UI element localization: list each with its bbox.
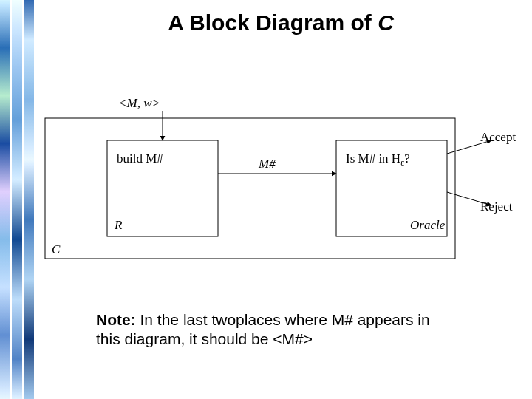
diagram-svg xyxy=(44,96,517,266)
box1-main: build M# xyxy=(117,151,163,166)
strip-col xyxy=(24,0,34,399)
box1-sub: R xyxy=(115,218,122,233)
title-prefix: A Block Diagram of xyxy=(168,10,378,35)
note-bold: Note: xyxy=(96,311,136,328)
strip-col xyxy=(0,0,10,399)
box2-footer: Oracle xyxy=(410,218,445,233)
output-accept: Accept xyxy=(480,130,516,145)
block-diagram: <M, w> build M# R M# Is M# in Hε? Oracle… xyxy=(44,96,517,266)
decorative-side-strip xyxy=(0,0,34,399)
slide: A Block Diagram of C <M, w> xyxy=(0,0,532,399)
page-title: A Block Diagram of C xyxy=(44,10,517,35)
note-text: Note: In the last twoplaces where M# app… xyxy=(96,310,443,349)
outer-box-label: C xyxy=(52,242,60,257)
box2-main: Is M# in Hε? xyxy=(346,151,410,168)
note-body: In the last twoplaces where M# appears i… xyxy=(96,311,430,347)
strip-col xyxy=(12,0,22,399)
input-label: <M, w> xyxy=(118,96,160,111)
svg-rect-0 xyxy=(45,118,455,259)
output-reject: Reject xyxy=(480,200,512,214)
mid-arrow-label: M# xyxy=(259,157,276,171)
title-italic-c: C xyxy=(378,10,394,35)
